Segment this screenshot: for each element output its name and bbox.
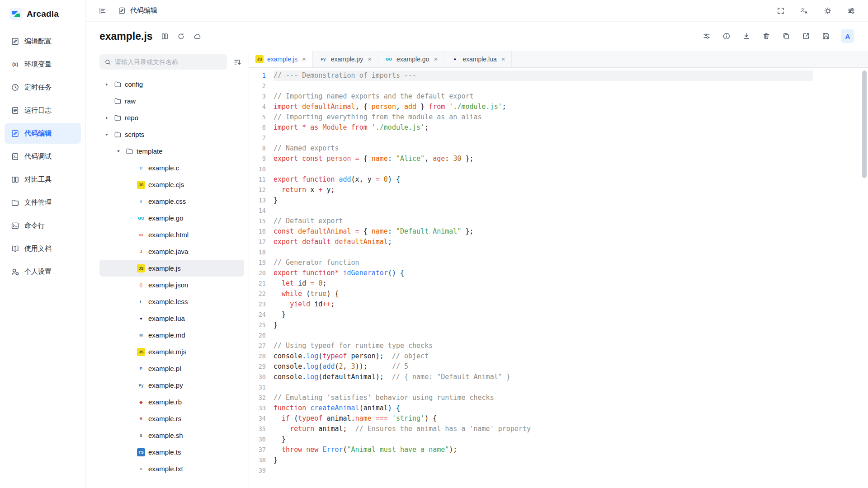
display-settings-icon[interactable] — [846, 6, 856, 16]
tab-close-icon[interactable]: × — [501, 56, 505, 62]
search-input[interactable] — [115, 58, 222, 66]
sidebar-item-env-vars[interactable]: (x)环境变量 — [5, 54, 81, 75]
tree-file-example.txt[interactable]: ≡example.txt — [99, 460, 244, 477]
tree-file-example.html[interactable]: <>example.html — [99, 226, 244, 243]
page-tab-code-edit[interactable]: 代码编辑 — [117, 6, 157, 16]
tree-file-example.rs[interactable]: Rexample.rs — [99, 410, 244, 427]
tab-close-icon[interactable]: × — [434, 56, 438, 62]
chevron-right-icon[interactable] — [103, 81, 110, 88]
code-line[interactable]: 31 — [249, 382, 868, 393]
tab-close-icon[interactable]: × — [302, 56, 306, 62]
download-icon[interactable] — [741, 31, 751, 41]
theme-icon[interactable] — [823, 6, 833, 16]
code-line[interactable]: 5// Importing everything from the module… — [249, 112, 868, 122]
tree-folder-template[interactable]: template — [99, 143, 244, 160]
cloud-icon[interactable] — [193, 31, 203, 41]
fullscreen-icon[interactable] — [776, 6, 786, 16]
sidebar-item-code-edit[interactable]: 代码编辑 — [5, 123, 81, 144]
code-line[interactable]: 17export default defaultAnimal; — [249, 237, 868, 247]
code-line[interactable]: 18 — [249, 247, 868, 258]
code-line[interactable]: 13} — [249, 195, 868, 206]
code-line[interactable]: 37 throw new Error("Animal must have a n… — [249, 445, 868, 455]
sidebar-item-docs[interactable]: 使用文档 — [5, 238, 81, 259]
sidebar-item-run-logs[interactable]: 运行日志 — [5, 100, 81, 121]
format-button[interactable]: A — [841, 29, 854, 43]
code-line[interactable]: 26 — [249, 330, 868, 341]
code-line[interactable]: 20export function* idGenerator() { — [249, 268, 868, 278]
code-line[interactable]: 4import defaultAnimal, { person, add } f… — [249, 102, 868, 112]
tree-folder-repo[interactable]: repo — [99, 109, 244, 126]
export-icon[interactable] — [801, 31, 811, 41]
code-line[interactable]: 22 while (true) { — [249, 289, 868, 299]
tab-close-icon[interactable]: × — [368, 56, 372, 62]
tree-file-example.py[interactable]: Pyexample.py — [99, 377, 244, 394]
tree-file-example.md[interactable]: Mexample.md — [99, 327, 244, 343]
copy-icon[interactable] — [781, 31, 791, 41]
code-line[interactable]: 10 — [249, 164, 868, 174]
panel-collapse-icon[interactable] — [98, 6, 108, 16]
tree-file-example.less[interactable]: Lexample.less — [99, 293, 244, 310]
tree-collapse-icon[interactable] — [232, 57, 242, 67]
code-line[interactable]: 12 return x + y; — [249, 185, 868, 195]
chevron-down-icon[interactable] — [103, 131, 110, 138]
code-line[interactable]: 27// Using typeof for runtime type check… — [249, 341, 868, 351]
code-line[interactable]: 38} — [249, 455, 868, 465]
tree-file-example.mjs[interactable]: JSexample.mjs — [99, 343, 244, 360]
code-line[interactable]: 19// Generator function — [249, 258, 868, 268]
save-icon[interactable] — [821, 31, 831, 41]
code-line[interactable]: 32// Emulating 'satisfies' behavior usin… — [249, 393, 868, 403]
sidebar-item-file-manager[interactable]: 文件管理 — [5, 192, 81, 213]
code-line[interactable]: 21 let id = 0; — [249, 278, 868, 289]
code-line[interactable]: 34 if (typeof animal.name === 'string') … — [249, 413, 868, 424]
code-line[interactable]: 9export const person = { name: "Alice", … — [249, 154, 868, 164]
editor-tab-example.lua[interactable]: ●example.lua× — [444, 51, 512, 67]
editor-tab-example.py[interactable]: Pyexample.py× — [313, 51, 378, 67]
code-line[interactable]: 33function createAnimal(animal) { — [249, 403, 868, 413]
sidebar-item-cron-tasks[interactable]: 定时任务 — [5, 77, 81, 98]
code-line[interactable]: 1// --- Demonstration of imports --- — [249, 70, 868, 81]
editor-scrollbar[interactable] — [862, 70, 867, 178]
editor-tab-example.js[interactable]: JSexample.js× — [249, 51, 313, 67]
tree-folder-raw[interactable]: raw — [99, 93, 244, 109]
tree-file-example.css[interactable]: #example.css — [99, 193, 244, 210]
tree-folder-config[interactable]: config — [99, 76, 244, 93]
code-line[interactable]: 30console.log(defaultAnimal); // { name:… — [249, 372, 868, 382]
tree-file-example.ts[interactable]: TSexample.ts — [99, 444, 244, 460]
code-line[interactable]: 16const defaultAnimal = { name: "Default… — [249, 226, 868, 237]
chevron-down-icon[interactable] — [115, 148, 122, 155]
sidebar-item-profile-settings[interactable]: 个人设置 — [5, 261, 81, 282]
tree-folder-scripts[interactable]: scripts — [99, 126, 244, 143]
code-line[interactable]: 24 } — [249, 310, 868, 320]
sidebar-item-terminal[interactable]: 命令行 — [5, 215, 81, 236]
tree-file-example.c[interactable]: Cexample.c — [99, 160, 244, 176]
code-line[interactable]: 14 — [249, 206, 868, 216]
tree-file-example.rb[interactable]: ◆example.rb — [99, 394, 244, 410]
code-line[interactable]: 25} — [249, 320, 868, 330]
code-line[interactable]: 3// Importing named exports and the defa… — [249, 91, 868, 102]
code-line[interactable]: 6import * as Module from './module.js'; — [249, 122, 868, 133]
sliders-icon[interactable] — [702, 31, 712, 41]
code-line[interactable]: 11export function add(x, y = 0) { — [249, 174, 868, 185]
tree-file-example.js[interactable]: JSexample.js — [99, 260, 244, 277]
refresh-icon[interactable] — [176, 31, 186, 41]
code-line[interactable]: 8// Named exports — [249, 143, 868, 154]
info-icon[interactable] — [722, 31, 731, 41]
translate-icon[interactable]: 文A — [799, 6, 809, 16]
code-line[interactable]: 7 — [249, 133, 868, 143]
tree-file-example.pl[interactable]: Pexample.pl — [99, 360, 244, 377]
code-line[interactable]: 15// Default export — [249, 216, 868, 226]
code-line[interactable]: 36 } — [249, 434, 868, 445]
tree-file-example.lua[interactable]: ●example.lua — [99, 310, 244, 327]
code-line[interactable]: 35 return animal; // Ensures the animal … — [249, 424, 868, 434]
code-lines[interactable]: 1// --- Demonstration of imports ---23//… — [249, 68, 868, 488]
sidebar-item-compare-tool[interactable]: 对比工具 — [5, 169, 81, 190]
tree-file-example.go[interactable]: GOexample.go — [99, 210, 244, 226]
tree-file-example.sh[interactable]: $example.sh — [99, 427, 244, 444]
tree-file-example.cjs[interactable]: JSexample.cjs — [99, 176, 244, 193]
trash-icon[interactable] — [761, 31, 771, 41]
code-line[interactable]: 39 — [249, 465, 868, 476]
code-line[interactable]: 28console.log(typeof person); // object — [249, 351, 868, 361]
chevron-right-icon[interactable] — [103, 114, 110, 122]
columns-icon[interactable] — [160, 31, 170, 41]
tree-file-example.json[interactable]: {}example.json — [99, 277, 244, 293]
